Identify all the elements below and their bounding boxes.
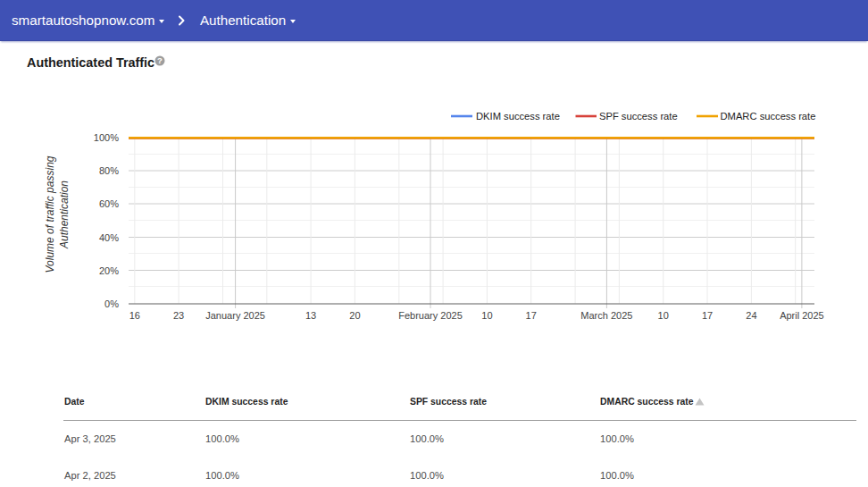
svg-text:April 2025: April 2025 [780, 310, 824, 321]
svg-text:17: 17 [702, 310, 713, 321]
svg-text:17: 17 [526, 310, 537, 321]
svg-text:16: 16 [129, 310, 140, 321]
svg-text:24: 24 [746, 310, 756, 321]
svg-text:DMARC success rate: DMARC success rate [721, 111, 816, 122]
svg-text:0%: 0% [104, 298, 119, 309]
svg-text:DKIM success rate: DKIM success rate [476, 111, 560, 122]
svg-text:January 2025: January 2025 [205, 310, 265, 321]
svg-text:10: 10 [481, 310, 492, 321]
svg-text:80%: 80% [99, 165, 119, 176]
svg-text:20: 20 [349, 310, 360, 321]
svg-text:SPF success rate: SPF success rate [599, 111, 678, 122]
svg-text:13: 13 [305, 310, 316, 321]
svg-text:March 2025: March 2025 [580, 310, 632, 321]
svg-text:February 2025: February 2025 [398, 310, 463, 321]
svg-text:Volume of traffic passing: Volume of traffic passing [44, 155, 56, 273]
svg-text:60%: 60% [99, 198, 119, 209]
svg-text:40%: 40% [99, 232, 119, 243]
svg-text:23: 23 [173, 310, 184, 321]
svg-text:20%: 20% [99, 265, 119, 276]
svg-text:10: 10 [658, 310, 669, 321]
svg-text:Authentication: Authentication [58, 181, 71, 249]
svg-text:100%: 100% [94, 132, 119, 143]
